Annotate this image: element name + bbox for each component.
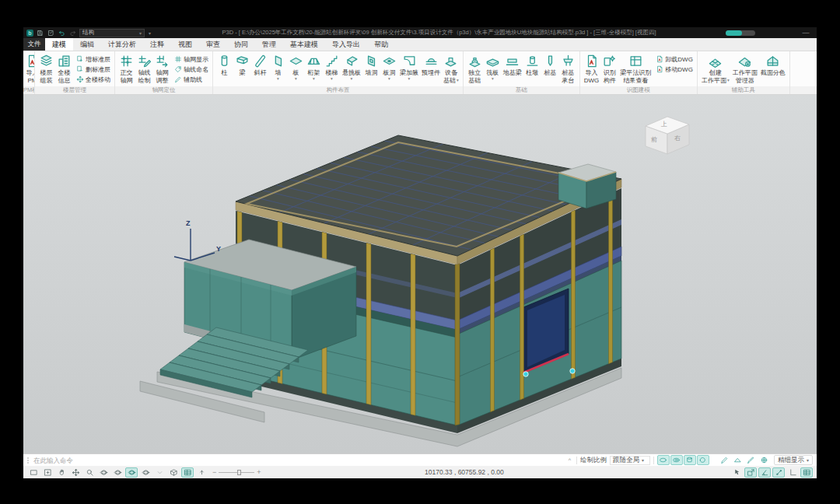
tab-file[interactable]: 文件 [23, 38, 45, 51]
tab-5[interactable]: 视图 [171, 38, 199, 51]
building-model-3d[interactable] [23, 95, 817, 453]
object-snap-button[interactable] [744, 467, 757, 478]
ribb-button[interactable]: 楼层组装 [37, 53, 55, 85]
save-as-button[interactable] [47, 29, 55, 37]
model-grid-button[interactable] [181, 467, 194, 478]
orbit-vertical-button[interactable] [125, 467, 138, 478]
zoom-slider[interactable]: − + [212, 468, 261, 476]
ribb-button[interactable]: 墙▾ [269, 53, 287, 82]
ribb-button[interactable]: 楼梯▾ [323, 53, 341, 82]
orbit-free-button[interactable] [97, 467, 110, 478]
ribb-button[interactable]: 设备基础▾ [442, 53, 460, 85]
toolbar-overflow-icon[interactable]: ▾ [147, 30, 152, 36]
scale-dropdown[interactable]: 跟随全局 ▾ [610, 456, 650, 465]
cursor-snap-button[interactable] [730, 467, 743, 478]
zoom-in-icon[interactable]: + [257, 468, 261, 476]
ribb-button[interactable]: 桩基 [541, 53, 559, 78]
grid-snap-button[interactable] [800, 467, 813, 478]
detail-display-button[interactable]: 精细显示 ▾ [774, 455, 813, 465]
viewcube-top-label[interactable]: 上 [661, 120, 667, 128]
view-conceptual-button[interactable] [670, 455, 683, 465]
render-progress-toggle[interactable] [726, 30, 755, 36]
zoom-extents-button[interactable] [41, 467, 54, 478]
ribb-button[interactable]: 柱墩 [523, 53, 541, 78]
ribb-button[interactable]: 独立基础 [466, 53, 484, 85]
ribbon-small-button[interactable]: 轴网显示 [173, 54, 210, 64]
ribb-button[interactable]: 轴网调整 [153, 53, 171, 85]
collapse-button[interactable]: ^ [566, 457, 573, 463]
tab-3[interactable]: 计算分析 [101, 38, 143, 51]
pan-button[interactable] [55, 467, 68, 478]
move-view-button[interactable] [69, 467, 82, 478]
pin-toolbar-button[interactable] [195, 467, 208, 478]
ribb-button[interactable]: 梁加腋▾ [398, 53, 420, 82]
zoom-out-icon[interactable]: − [212, 468, 216, 476]
ribb-button[interactable]: 轴线绘制 [135, 53, 153, 85]
viewcube-front-label[interactable]: 前 [651, 135, 657, 144]
ribb-button[interactable]: 柱 [215, 53, 233, 78]
tab-6[interactable]: 审查 [199, 38, 227, 51]
tab-2[interactable]: 编辑 [73, 38, 101, 51]
ribb-button[interactable]: 梁平法识别结果查看 [618, 53, 653, 85]
command-input[interactable] [33, 456, 563, 465]
ribb-button[interactable]: 梁 [233, 53, 251, 78]
ribbon-small-button[interactable]: 增标准层 [75, 54, 112, 64]
ribb-button[interactable]: 预埋件 [420, 53, 442, 78]
drag-grip-icon[interactable] [27, 457, 30, 464]
ribb-button[interactable]: 地基梁 [502, 53, 523, 78]
viewport-3d[interactable]: Z Y 上 前 右 [23, 95, 817, 453]
ribb-button[interactable]: 悬挑板▾ [341, 53, 362, 82]
ribb-button[interactable]: 板▾ [287, 53, 305, 82]
ribb-button[interactable]: 墙洞 [362, 53, 380, 78]
ribb-button[interactable]: 筏板▾ [484, 53, 502, 82]
selection-grip[interactable] [523, 372, 528, 376]
tab-7[interactable]: 协同 [227, 38, 255, 51]
window-select-button[interactable] [27, 467, 40, 478]
ortho-mode-button[interactable] [786, 467, 799, 478]
ribb-button[interactable]: 板洞▾ [380, 53, 398, 82]
ribb-button[interactable]: 识别构件 [600, 53, 618, 85]
plane-triangle-button[interactable] [732, 455, 744, 465]
view-hidden-line-button[interactable] [684, 455, 696, 465]
perspective-button[interactable] [167, 467, 180, 478]
ribb-button[interactable]: 正交轴网 [117, 53, 135, 85]
discipline-combo[interactable]: 结构 ▾ [79, 29, 145, 37]
ribb-button[interactable]: 全楼信息 [55, 53, 73, 85]
ribb-button[interactable]: 导入PM [23, 53, 35, 85]
view-realistic-button[interactable] [697, 455, 709, 465]
view-wireframe-button[interactable] [657, 455, 670, 465]
tab-9[interactable]: 基本建模 [283, 38, 325, 51]
undo-button[interactable] [58, 29, 66, 37]
ribb-button[interactable]: 桩基承台 [559, 53, 577, 85]
orbit-continuous-button[interactable] [139, 467, 152, 478]
ribbon-small-button[interactable]: 辅助线 [173, 75, 210, 84]
ribbon-small-button[interactable]: 卸载DWG [654, 54, 695, 64]
minimize-button[interactable]: — [798, 27, 814, 38]
ribbon-small-button[interactable]: 删标准层 [75, 65, 112, 74]
ribb-button[interactable]: 导入DWG [583, 53, 601, 85]
ribb-button[interactable]: 创建工作平面▾ [700, 53, 731, 85]
redo-button[interactable] [68, 29, 77, 37]
app-logo-icon[interactable]: b [26, 30, 33, 37]
tab-8[interactable]: 管理 [255, 38, 283, 51]
selection-grip[interactable] [570, 369, 575, 373]
orbit-more-button[interactable] [153, 467, 166, 478]
ribbon-small-button[interactable]: 轴线命名 [173, 65, 210, 74]
tab-11[interactable]: 帮助 [367, 38, 395, 51]
viewcube-right-label[interactable]: 右 [674, 134, 681, 142]
ribb-button[interactable]: 桁架▾ [305, 53, 323, 82]
zoom-button[interactable] [83, 467, 96, 478]
ribb-button[interactable]: 斜杆 [251, 53, 269, 78]
tab-10[interactable]: 导入导出 [325, 38, 367, 51]
ribbon-small-button[interactable]: 全楼移动 [75, 75, 112, 84]
zoom-slider-thumb[interactable] [237, 470, 241, 475]
ribbon-small-button[interactable]: 移动DWG [654, 65, 695, 74]
angle-snap-button[interactable] [758, 467, 771, 478]
tab-4[interactable]: 注释 [143, 38, 171, 51]
material-sphere-button[interactable] [758, 455, 771, 465]
ribb-button[interactable]: 工作平面管理器 [731, 53, 759, 85]
orbit-horizontal-button[interactable] [111, 467, 124, 478]
tab-1[interactable]: 建模 [45, 38, 73, 51]
save-button[interactable] [36, 29, 44, 37]
measure-pencil-button[interactable] [719, 455, 731, 465]
